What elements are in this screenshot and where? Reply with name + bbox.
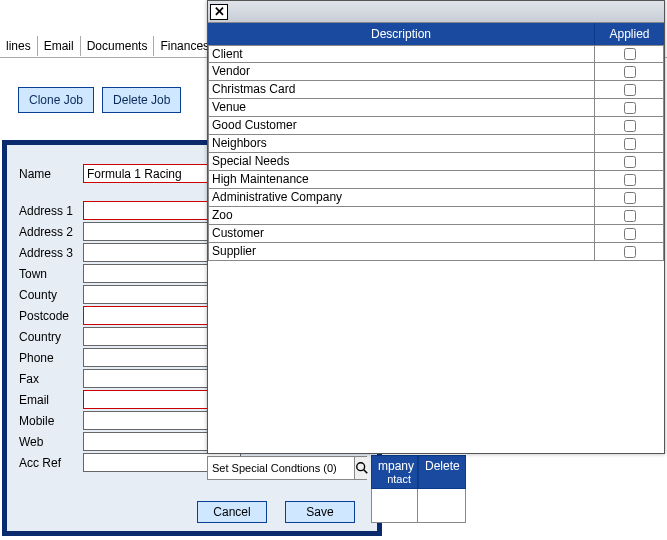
grid-row[interactable]: Customer (208, 225, 664, 243)
address2-label: Address 2 (19, 225, 83, 239)
grid-cell-applied (595, 117, 664, 135)
phone-label: Phone (19, 351, 83, 365)
grid-cell-applied (595, 207, 664, 225)
grid-cell-description: Neighbors (208, 135, 595, 153)
svg-line-1 (364, 470, 368, 474)
delete-job-button[interactable]: Delete Job (102, 87, 181, 113)
close-button[interactable]: ✕ (210, 4, 228, 20)
grid-cell-applied (595, 99, 664, 117)
grid-cell-description: Supplier (208, 243, 595, 261)
mobile-label: Mobile (19, 414, 83, 428)
applied-checkbox[interactable] (624, 246, 636, 258)
col-header-description[interactable]: Description (208, 23, 595, 45)
applied-checkbox[interactable] (624, 228, 636, 240)
grid-cell-description: Christmas Card (208, 81, 595, 99)
grid-cell-description: Good Customer (208, 117, 595, 135)
grid-cell-description: Administrative Company (208, 189, 595, 207)
grid-cell-applied (595, 225, 664, 243)
tab-email[interactable]: Email (38, 36, 81, 56)
special-conditions-widget (207, 456, 367, 480)
grid-header: Description Applied (208, 23, 664, 45)
grid-row[interactable]: Administrative Company (208, 189, 664, 207)
applied-checkbox[interactable] (624, 84, 636, 96)
town-label: Town (19, 267, 83, 281)
grid-row[interactable]: Good Customer (208, 117, 664, 135)
clone-job-button[interactable]: Clone Job (18, 87, 94, 113)
background-table-fragment: mpany ntact Delete (371, 455, 471, 535)
applied-checkbox[interactable] (624, 174, 636, 186)
accref-label: Acc Ref (19, 456, 83, 470)
applied-checkbox[interactable] (624, 102, 636, 114)
grid-cell-description: High Maintenance (208, 171, 595, 189)
applied-checkbox[interactable] (624, 120, 636, 132)
company-col-fragment[interactable]: mpany ntact (371, 455, 418, 489)
grid-row[interactable]: Vendor (208, 63, 664, 81)
grid-row[interactable]: Neighbors (208, 135, 664, 153)
grid-row[interactable]: Venue (208, 99, 664, 117)
col-header-applied[interactable]: Applied (595, 23, 664, 45)
grid-cell-applied (595, 81, 664, 99)
conditions-popup: ✕ Description Applied ClientVendorChrist… (207, 0, 665, 454)
country-label: Country (19, 330, 83, 344)
name-label: Name (19, 167, 83, 181)
grid-cell-description: Vendor (208, 63, 595, 81)
delete-col-header[interactable]: Delete (418, 455, 466, 489)
web-label: Web (19, 435, 83, 449)
county-label: County (19, 288, 83, 302)
applied-checkbox[interactable] (624, 48, 636, 60)
grid-cell-applied (595, 243, 664, 261)
grid-cell-applied (595, 63, 664, 81)
grid-row[interactable]: Special Needs (208, 153, 664, 171)
special-conditions-input[interactable] (208, 462, 354, 474)
applied-checkbox[interactable] (624, 156, 636, 168)
fax-label: Fax (19, 372, 83, 386)
grid-cell-description: Customer (208, 225, 595, 243)
applied-checkbox[interactable] (624, 210, 636, 222)
tab-documents[interactable]: Documents (81, 36, 155, 56)
magnify-icon (355, 461, 369, 475)
grid-cell-applied (595, 171, 664, 189)
svg-point-0 (357, 463, 365, 471)
applied-checkbox[interactable] (624, 66, 636, 78)
grid-cell-description: Special Needs (208, 153, 595, 171)
applied-checkbox[interactable] (624, 138, 636, 150)
applied-checkbox[interactable] (624, 192, 636, 204)
popup-titlebar: ✕ (208, 1, 664, 23)
grid-cell-applied (595, 189, 664, 207)
cancel-button[interactable]: Cancel (197, 501, 267, 523)
grid-row[interactable]: Client (208, 45, 664, 63)
close-icon: ✕ (214, 5, 225, 18)
grid-cell-description: Zoo (208, 207, 595, 225)
address1-label: Address 1 (19, 204, 83, 218)
grid-row[interactable]: Supplier (208, 243, 664, 261)
grid-cell-applied (595, 45, 664, 63)
postcode-label: Postcode (19, 309, 83, 323)
grid-body: ClientVendorChristmas CardVenueGood Cust… (208, 45, 664, 453)
tab-lines[interactable]: lines (0, 36, 38, 56)
save-button[interactable]: Save (285, 501, 355, 523)
address3-label: Address 3 (19, 246, 83, 260)
grid-cell-description: Venue (208, 99, 595, 117)
grid-row[interactable]: Zoo (208, 207, 664, 225)
grid-cell-applied (595, 153, 664, 171)
grid-cell-applied (595, 135, 664, 153)
grid-cell-description: Client (208, 45, 595, 63)
grid-row[interactable]: High Maintenance (208, 171, 664, 189)
email-label: Email (19, 393, 83, 407)
special-conditions-search-button[interactable] (354, 457, 369, 479)
grid-row[interactable]: Christmas Card (208, 81, 664, 99)
